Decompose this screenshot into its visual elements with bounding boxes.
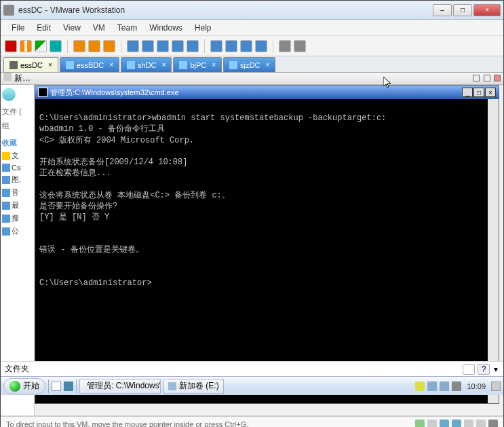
misc-icon[interactable] (488, 420, 498, 428)
folder-icon (2, 164, 10, 172)
unity-button[interactable] (210, 40, 222, 52)
tab-label: shDC (138, 61, 157, 69)
cmd-output[interactable]: C:\Users\administrator>wbadmin start sys… (35, 99, 499, 403)
reset-button[interactable] (50, 40, 62, 52)
back-button[interactable] (2, 88, 16, 101)
separator (273, 39, 273, 53)
show-appliance-button[interactable] (157, 40, 169, 52)
tab-close-icon[interactable]: × (162, 61, 166, 69)
guest-display[interactable]: 新… 文件 ( 组 收藏 文 Cs 图, 音 最 搜 公 (1, 73, 503, 416)
cmd-close-button[interactable]: × (485, 88, 496, 97)
tab-icon (66, 61, 74, 69)
poweroff-button[interactable] (5, 40, 17, 52)
sidebar-item[interactable]: 文 (12, 151, 19, 161)
tab-label: essDC (20, 61, 43, 69)
menu-view[interactable]: View (58, 22, 86, 34)
separator (67, 39, 68, 53)
vm-tab-essdc[interactable]: essDC × (3, 57, 58, 72)
folder-label: 文件夹 (5, 363, 29, 375)
tab-label: essBDC (77, 61, 104, 69)
vm-tab-shdc[interactable]: shDC × (121, 57, 172, 72)
tab-close-icon[interactable]: × (109, 61, 113, 69)
vm-tab-essbdc[interactable]: essBDC × (60, 57, 119, 72)
quick-launch-icon[interactable] (64, 382, 73, 391)
show-desktop-button[interactable] (491, 382, 501, 391)
cmd-scrollbar[interactable] (488, 99, 499, 403)
volume-icon[interactable] (452, 382, 461, 391)
sidebar-item[interactable]: 音 (12, 187, 19, 198)
menu-file[interactable]: File (6, 22, 30, 34)
windows-orb-icon (9, 381, 20, 392)
details-pane-button[interactable]: ? (478, 364, 490, 375)
tray-icon[interactable] (415, 382, 425, 391)
sidebar-item[interactable]: 公 (12, 226, 19, 236)
tab-close-icon[interactable]: × (212, 61, 216, 69)
tools-button-2[interactable] (294, 40, 306, 52)
suspend-button[interactable] (20, 40, 32, 52)
network-icon[interactable] (440, 382, 449, 391)
close-button[interactable]: × (473, 4, 501, 16)
window-title: essDC - VMware Workstation (18, 5, 433, 15)
sidebar-item[interactable]: Cs (12, 164, 20, 172)
task-label: 新加卷 (E:) (179, 380, 219, 392)
network-icon[interactable] (452, 420, 461, 428)
cmd-titlebar[interactable]: 管理员: C:\Windows\system32\cmd.exe _ □ × (35, 86, 499, 99)
revert-button[interactable] (88, 40, 100, 52)
tab-close-icon[interactable]: × (48, 61, 52, 69)
menu-vm[interactable]: VM (88, 22, 111, 34)
sidebar-item[interactable]: 最 (12, 200, 19, 210)
sidebar-item[interactable]: 图, (12, 174, 21, 185)
poweron-button[interactable] (35, 40, 47, 52)
capture-movie-button[interactable] (240, 40, 252, 52)
tray-icon[interactable] (427, 382, 437, 391)
cmd-min-button[interactable]: _ (462, 88, 473, 97)
capture-screen-button[interactable] (225, 40, 237, 52)
tools-button-1[interactable] (279, 40, 291, 52)
cmd-window[interactable]: 管理员: C:\Windows\system32\cmd.exe _ □ × C… (35, 85, 499, 404)
guest-max-button[interactable] (484, 75, 490, 81)
vm-tab-bjpc[interactable]: bjPC × (173, 57, 222, 72)
tab-icon (229, 61, 237, 69)
cmd-icon (38, 88, 47, 97)
separator (76, 379, 77, 393)
menu-windows[interactable]: Windows (144, 22, 188, 34)
guest-min-button[interactable] (473, 75, 480, 81)
vm-tab-sjzdc[interactable]: sjzDC × (223, 57, 275, 72)
start-button[interactable]: 开始 (3, 378, 45, 394)
guest-taskbar[interactable]: 开始 管理员: C:\Windows\… 新加卷 (E:) 10:09 (1, 376, 503, 395)
taskbar-item-volume[interactable]: 新加卷 (E:) (163, 379, 224, 394)
start-label: 开始 (23, 380, 39, 392)
usb-icon[interactable] (464, 420, 473, 428)
snapshot-manager-button[interactable] (103, 40, 115, 52)
show-summary-button[interactable] (142, 40, 154, 52)
show-console-button[interactable] (127, 40, 139, 52)
misc-button[interactable] (255, 40, 267, 52)
separator (48, 379, 49, 393)
taskbar-item-cmd[interactable]: 管理员: C:\Windows\… (79, 379, 161, 394)
view-slider-button[interactable] (463, 364, 475, 375)
favorites-label[interactable]: 收藏 (2, 138, 33, 148)
titlebar[interactable]: essDC - VMware Workstation – □ × (1, 1, 503, 20)
maximize-button[interactable]: □ (453, 4, 472, 16)
cdrom-icon[interactable] (427, 420, 437, 428)
quick-launch-icon[interactable] (52, 382, 61, 391)
hdd-icon[interactable] (415, 420, 425, 428)
sound-icon[interactable] (476, 420, 486, 428)
snapshot-button[interactable] (73, 40, 85, 52)
quick-switch-button[interactable] (172, 40, 184, 52)
guest-explorer-titlebar[interactable]: 新… (1, 73, 503, 85)
system-tray[interactable]: 10:09 (415, 382, 501, 391)
menu-edit[interactable]: Edit (31, 22, 56, 34)
floppy-icon[interactable] (440, 420, 449, 428)
fullscreen-button[interactable] (187, 40, 199, 52)
guest-close-button[interactable] (494, 75, 501, 81)
minimize-button[interactable]: – (433, 4, 452, 16)
cmd-max-button[interactable]: □ (473, 88, 484, 97)
menu-team[interactable]: Team (112, 22, 142, 34)
tab-icon (127, 61, 135, 69)
clock[interactable]: 10:09 (467, 382, 486, 390)
sidebar-item[interactable]: 搜 (12, 213, 19, 223)
tab-close-icon[interactable]: × (265, 61, 269, 69)
chevron-down-icon[interactable]: ▾ (492, 364, 499, 375)
menu-help[interactable]: Help (189, 22, 217, 34)
